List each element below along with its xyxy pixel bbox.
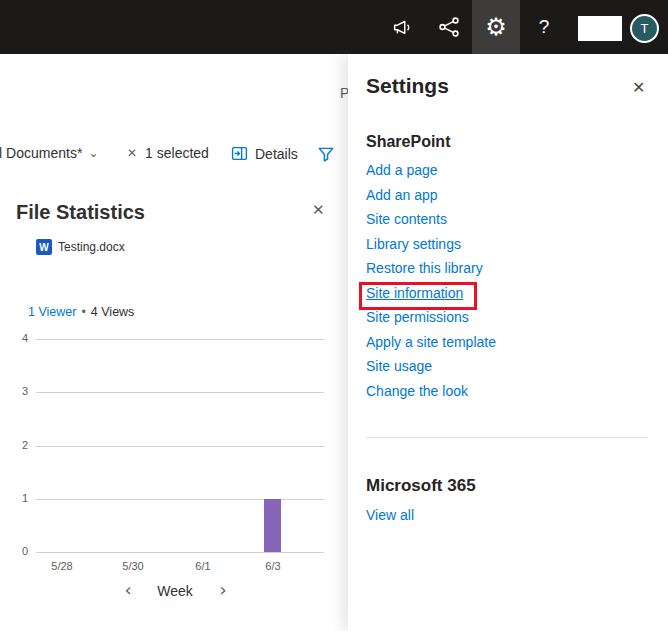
view-count: 4 Views <box>91 305 135 319</box>
list-item: Restore this library <box>366 259 646 284</box>
filter-funnel-icon <box>317 145 335 163</box>
settings-link-site-permissions[interactable]: Site permissions <box>366 309 469 325</box>
viewer-stats: 1 Viewer • 4 Views <box>28 305 134 319</box>
viewer-count: 1 Viewer <box>28 305 76 319</box>
help-button[interactable]: ? <box>530 0 558 54</box>
details-pane-button[interactable]: Details <box>231 145 298 162</box>
week-range-label: Week <box>145 583 205 599</box>
word-letter: W <box>39 242 48 253</box>
settings-link-site-contents[interactable]: Site contents <box>366 211 447 227</box>
file-row: W Testing.docx <box>36 239 125 255</box>
settings-panel: Settings ✕ SharePoint Add a page Add an … <box>348 54 668 631</box>
workflow-icon[interactable] <box>434 0 464 54</box>
week-next-button[interactable]: › <box>215 579 231 600</box>
selected-count-label: 1 selected <box>145 145 209 161</box>
y-axis-tick: 0 <box>6 545 28 557</box>
x-axis-tick: 5/30 <box>113 560 153 572</box>
list-item: Site permissions <box>366 308 646 333</box>
settings-link-site-information[interactable]: Site information <box>366 285 463 301</box>
word-document-icon: W <box>36 239 52 255</box>
suite-bar: ⚙ ? T <box>0 0 668 54</box>
list-item: Add a page <box>366 161 646 186</box>
file-statistics-close-button[interactable]: ✕ <box>312 201 325 219</box>
clipped-header-text: Pr <box>340 85 348 101</box>
gear-icon: ⚙ <box>485 15 507 39</box>
main-content: Pr ll Documents* ⌄ ✕ 1 selected Details … <box>0 54 348 631</box>
gridline <box>36 339 324 340</box>
file-statistics-title: File Statistics <box>16 201 145 224</box>
settings-link-apply-a-site-template[interactable]: Apply a site template <box>366 334 496 350</box>
x-axis-tick: 6/3 <box>253 560 293 572</box>
settings-gear-button[interactable]: ⚙ <box>472 0 520 54</box>
x-axis-tick: 6/1 <box>183 560 223 572</box>
view-selector-dropdown[interactable]: ll Documents* ⌄ <box>0 145 98 161</box>
list-item: Add an app <box>366 186 646 211</box>
help-icon: ? <box>539 16 550 38</box>
list-item: Apply a site template <box>366 333 646 358</box>
settings-panel-title: Settings <box>366 74 449 98</box>
megaphone-icon[interactable] <box>388 0 416 54</box>
gridline <box>36 446 324 447</box>
chart-bar <box>264 499 281 552</box>
list-item: Library settings <box>366 235 646 260</box>
details-label: Details <box>255 146 298 162</box>
settings-link-view-all[interactable]: View all <box>366 507 414 523</box>
settings-link-add-an-app[interactable]: Add an app <box>366 187 438 203</box>
divider <box>366 437 648 438</box>
masked-text-block <box>578 16 622 41</box>
settings-link-change-the-look[interactable]: Change the look <box>366 383 468 399</box>
gridline <box>36 552 324 553</box>
settings-close-button[interactable]: ✕ <box>632 78 645 97</box>
y-axis-tick: 3 <box>6 385 28 397</box>
y-axis-tick: 4 <box>6 332 28 344</box>
microsoft-365-section-heading: Microsoft 365 <box>366 476 476 496</box>
sharepoint-links-list: Add a page Add an app Site contents Libr… <box>366 161 646 406</box>
x-axis-tick: 5/28 <box>42 560 82 572</box>
open-pane-icon <box>231 145 248 162</box>
settings-link-library-settings[interactable]: Library settings <box>366 236 461 252</box>
y-axis-tick: 1 <box>6 492 28 504</box>
list-item: Site contents <box>366 210 646 235</box>
y-axis-tick: 2 <box>6 439 28 451</box>
close-icon: ✕ <box>127 146 137 160</box>
account-avatar[interactable]: T <box>630 14 659 43</box>
week-prev-button[interactable]: ‹ <box>120 579 136 600</box>
dot-separator: • <box>81 305 85 319</box>
list-item: Change the look <box>366 382 646 407</box>
settings-link-site-usage[interactable]: Site usage <box>366 358 432 374</box>
chevron-down-icon: ⌄ <box>88 146 98 160</box>
settings-link-restore-this-library[interactable]: Restore this library <box>366 260 483 276</box>
list-item: Site usage <box>366 357 646 382</box>
filter-button[interactable] <box>317 145 335 166</box>
command-bar: ll Documents* ⌄ ✕ 1 selected Details <box>0 142 348 168</box>
settings-link-add-a-page[interactable]: Add a page <box>366 162 438 178</box>
file-name: Testing.docx <box>58 240 125 254</box>
list-item: Site information <box>366 284 646 309</box>
view-selector-label: ll Documents* <box>0 145 82 161</box>
clear-selection-button[interactable]: ✕ 1 selected <box>127 145 209 161</box>
avatar-initial: T <box>641 21 649 36</box>
gridline <box>36 392 324 393</box>
sharepoint-section-heading: SharePoint <box>366 133 450 151</box>
